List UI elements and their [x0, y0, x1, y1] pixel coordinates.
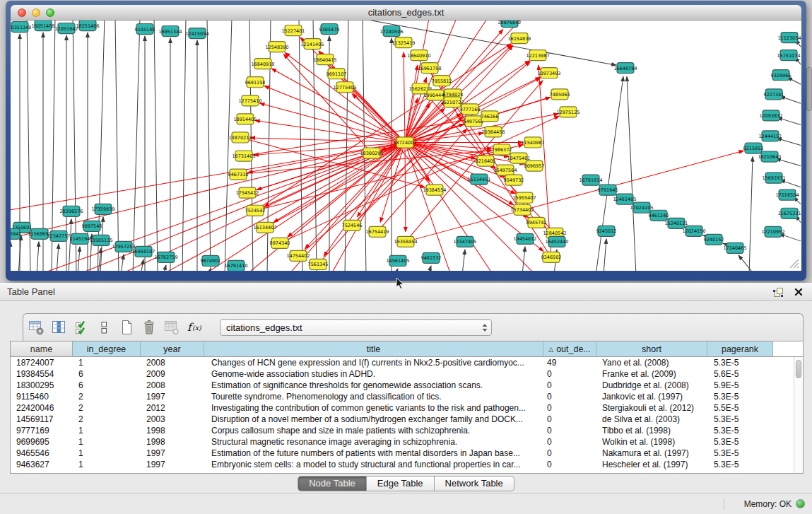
- graph-node-selected[interactable]: 18914405: [233, 114, 257, 124]
- graph-node-selected[interactable]: 7524546: [342, 220, 363, 230]
- graph-node-selected[interactable]: 19384554: [423, 185, 446, 195]
- graph-node[interactable]: 16210643: [758, 151, 781, 162]
- graph-node-selected[interactable]: 15497564: [493, 165, 517, 175]
- tab-node-table[interactable]: Node Table: [298, 476, 367, 491]
- cell-name[interactable]: 14569117: [11, 414, 73, 424]
- delete-column-icon[interactable]: [141, 319, 158, 336]
- graph-node-selected[interactable]: 9691107: [326, 69, 347, 79]
- graph-node[interactable]: 16452440: [545, 236, 568, 247]
- cell-name[interactable]: 9465546: [11, 448, 73, 458]
- graph-node[interactable]: 12444151: [758, 131, 782, 141]
- graph-node[interactable]: 15240121: [664, 218, 688, 228]
- graph-node[interactable]: 11675331: [777, 208, 801, 218]
- graph-node-selected[interactable]: 11540987: [521, 137, 544, 148]
- graph-node[interactable]: 13505135: [89, 235, 112, 245]
- graph-node[interactable]: 16791914: [579, 175, 602, 185]
- cell-out_de[interactable]: 0: [543, 414, 596, 424]
- graph-node-selected[interactable]: 7986372: [492, 144, 512, 155]
- cell-title[interactable]: Embryonic stem cells: a model to study s…: [204, 460, 543, 469]
- minimize-window-button[interactable]: [32, 8, 40, 17]
- graph-node-selected[interactable]: 9777169: [460, 104, 481, 115]
- column-header-short[interactable]: short: [596, 341, 707, 356]
- float-panel-icon[interactable]: [772, 286, 784, 298]
- graph-node-selected[interactable]: 16731405: [232, 151, 255, 161]
- table-row[interactable]: 1456911722003Disruption of a novel membe…: [11, 414, 803, 425]
- graph-node-selected[interactable]: 18724007: [393, 137, 416, 148]
- graph-node[interactable]: 11547405: [453, 236, 476, 247]
- table-selector-dropdown[interactable]: citations_edges.txt: [220, 319, 492, 336]
- graph-node[interactable]: 8215953: [743, 143, 764, 153]
- graph-node[interactable]: 16782759: [154, 252, 177, 262]
- cell-year[interactable]: 1997: [141, 448, 204, 458]
- graph-node[interactable]: 17359939: [91, 204, 114, 214]
- graph-node-selected[interactable]: 9691158: [245, 77, 266, 88]
- table-row[interactable]: 1830029562008Estimation of significance …: [11, 380, 803, 391]
- graph-node-selected[interactable]: 7524542: [245, 205, 266, 216]
- cell-year[interactable]: 2008: [141, 380, 204, 390]
- table-row[interactable]: 1938455462009Genome-wide association stu…: [11, 368, 803, 380]
- cell-pagerank[interactable]: 5.3E-5: [707, 460, 773, 469]
- cell-out_de[interactable]: 0: [543, 460, 596, 469]
- graph-node[interactable]: 9305470: [319, 24, 340, 35]
- graph-node-selected[interactable]: 8096957: [524, 160, 545, 171]
- cell-out_de[interactable]: 0: [543, 392, 596, 402]
- graph-node[interactable]: 12415094: [185, 28, 208, 39]
- graph-node[interactable]: 19454012: [513, 233, 536, 244]
- cell-in_degree[interactable]: 1: [73, 426, 141, 436]
- graph-node-selected[interactable]: 17545412: [235, 187, 259, 198]
- graph-node[interactable]: 15134451: [467, 174, 490, 185]
- column-header-in_degree[interactable]: in_degree: [73, 341, 141, 356]
- function-builder-icon[interactable]: f (x): [186, 319, 203, 336]
- graph-node-selected[interactable]: 13870212: [228, 132, 252, 143]
- show-hide-columns-icon[interactable]: [50, 319, 67, 336]
- cell-short[interactable]: Jankovic et al. (1997): [596, 392, 707, 402]
- graph-node[interactable]: 16051488: [31, 21, 54, 31]
- table-row[interactable]: 946554611997Estimation of the future num…: [11, 448, 803, 459]
- table-row[interactable]: 946362711997Embryonic stem cells: a mode…: [11, 459, 803, 470]
- cell-title[interactable]: Genome-wide association studies in ADHD.: [204, 369, 543, 379]
- cell-title[interactable]: Structural magnetic resonance image aver…: [204, 437, 543, 447]
- column-header-out_de[interactable]: △out_de...: [543, 341, 596, 356]
- graph-node[interactable]: 9097548: [82, 221, 102, 231]
- cell-in_degree[interactable]: 6: [73, 369, 141, 379]
- cell-title[interactable]: Changes of HCN gene expression and I(f) …: [204, 358, 543, 368]
- cell-pagerank[interactable]: 5.5E-5: [707, 403, 773, 413]
- graph-node[interactable]: 12051942: [54, 23, 78, 34]
- cell-in_degree[interactable]: 1: [73, 358, 141, 368]
- graph-node-selected[interactable]: 16134407: [253, 222, 276, 233]
- cell-pagerank[interactable]: 5.3E-5: [707, 426, 773, 436]
- graph-node[interactable]: 16791410: [224, 260, 247, 271]
- cell-name[interactable]: 19384554: [11, 369, 73, 379]
- graph-node[interactable]: 16958107: [131, 246, 155, 257]
- graph-node-selected[interactable]: 15227401: [281, 25, 305, 36]
- table-mode-icon[interactable]: [28, 319, 45, 336]
- graph-node-selected[interactable]: 11325419: [392, 37, 415, 48]
- cell-year[interactable]: 2008: [141, 358, 204, 368]
- cell-pagerank[interactable]: 5.9E-5: [707, 380, 773, 390]
- close-window-button[interactable]: [18, 8, 26, 17]
- graph-node[interactable]: 11123054: [777, 33, 801, 43]
- cell-out_de[interactable]: 0: [543, 437, 596, 447]
- cell-in_degree[interactable]: 1: [73, 437, 141, 447]
- graph-node-selected[interactable]: 16154838: [507, 33, 531, 44]
- cell-short[interactable]: Franke et al. (2009): [596, 369, 707, 379]
- table-scrollbar-thumb[interactable]: [796, 360, 801, 378]
- cell-short[interactable]: Wolkin et al. (1998): [596, 437, 707, 447]
- unselect-all-rows-icon[interactable]: [95, 319, 112, 336]
- graph-node[interactable]: 9674901: [201, 255, 221, 266]
- cell-out_de[interactable]: 0: [543, 380, 596, 390]
- cell-short[interactable]: Hescheler et al. (1997): [596, 460, 707, 469]
- cell-out_de[interactable]: 0: [543, 369, 596, 379]
- cell-short[interactable]: Tibbo et al. (1998): [596, 426, 707, 436]
- graph-node-selected[interactable]: 16210722: [440, 97, 464, 107]
- cell-name[interactable]: 9115460: [11, 392, 73, 402]
- cell-pagerank[interactable]: 5.3E-5: [707, 392, 773, 402]
- graph-node[interactable]: 9227341: [764, 89, 784, 100]
- graph-node-selected[interactable]: 18640910: [407, 50, 430, 61]
- network-canvas[interactable]: 1872400718300295193845541522740112548390…: [11, 21, 801, 271]
- graph-node-selected[interactable]: 20364456: [481, 127, 505, 137]
- cell-out_de[interactable]: 0: [543, 403, 596, 413]
- graph-node-selected[interactable]: 12775410: [238, 95, 261, 106]
- graph-node-selected[interactable]: 7955812: [432, 76, 452, 86]
- cell-title[interactable]: Disruption of a novel member of a sodium…: [204, 414, 543, 424]
